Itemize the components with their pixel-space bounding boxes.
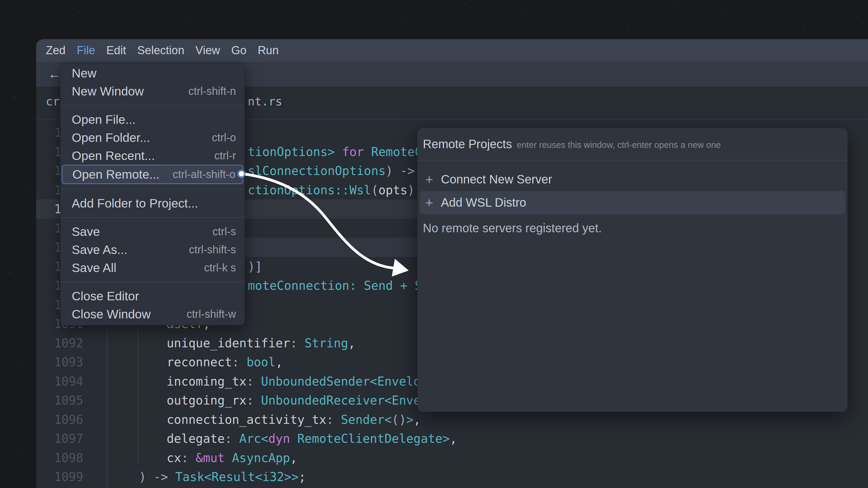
menu-bar-item-run[interactable]: Run — [258, 44, 279, 57]
menu-item-label: Save — [72, 225, 213, 239]
line-number: 1095 — [36, 391, 83, 410]
menu-item-shortcut: ctrl-o — [212, 131, 236, 144]
menu-item-label: Open Remote... — [72, 167, 173, 182]
menu-item-label: New Window — [72, 84, 188, 98]
menu-item-open-recent[interactable]: Open Recent...ctrl-r — [61, 147, 244, 165]
menu-bar-item-view[interactable]: View — [195, 44, 220, 57]
menu-item-label: Close Window — [72, 307, 187, 321]
code-line[interactable]: unique_identifier: String, — [167, 333, 417, 353]
code-line[interactable]: cx: &mut AsyncApp, — [167, 448, 298, 467]
code-line[interactable]: outgoing_rx: UnboundedReceiver<Envelo — [167, 391, 417, 410]
menu-item-open-file[interactable]: Open File... — [61, 110, 244, 129]
code-line[interactable]: ) -> Task<Result<i32>>; — [139, 467, 306, 487]
background-speckle — [296, 7, 297, 8]
menu-item-shortcut: ctrl-shift-n — [188, 85, 236, 98]
code-line[interactable]: )] — [248, 257, 417, 276]
menu-bar-item-zed[interactable]: Zed — [46, 44, 65, 57]
menu-item-save[interactable]: Savectrl-s — [61, 223, 244, 241]
menu-bar-item-selection[interactable]: Selection — [137, 44, 184, 57]
menu-item-save-all[interactable]: Save Allctrl-k s — [61, 259, 244, 277]
file-menu-separator — [61, 217, 244, 218]
dialog-action-add-wsl-distro[interactable]: +Add WSL Distro — [420, 191, 845, 214]
dialog-action-label: Add WSL Distro — [441, 196, 526, 209]
menu-item-shortcut: ctrl-k s — [204, 261, 236, 274]
menu-item-shortcut: ctrl-s — [213, 225, 236, 238]
menu-item-save-as[interactable]: Save As...ctrl-shift-s — [61, 241, 244, 259]
line-number: 1097 — [36, 429, 83, 448]
menu-item-open-folder[interactable]: Open Folder...ctrl-o — [61, 129, 244, 147]
file-menu-separator — [61, 189, 244, 190]
menu-item-label: Save All — [72, 261, 204, 275]
file-menu-separator — [61, 282, 244, 282]
background-speckle — [26, 184, 27, 186]
menu-item-label: Open File... — [72, 113, 236, 127]
menu-bar: ZedFileEditSelectionViewGoRun — [36, 39, 868, 62]
background-speckle — [405, 20, 407, 21]
dialog-actions: +Connect New Server+Add WSL Distro — [417, 161, 847, 214]
menu-item-label: Close Editor — [72, 289, 236, 303]
code-line[interactable]: incoming_tx: UnboundedSender<Envelop — [167, 372, 417, 391]
background-speckle — [14, 96, 16, 98]
background-speckle — [521, 12, 523, 13]
menu-bar-item-go[interactable]: Go — [231, 44, 247, 57]
menu-item-shortcut: ctrl-alt-shift-o — [173, 168, 236, 181]
background-speckle — [16, 450, 18, 452]
menu-bar-item-edit[interactable]: Edit — [106, 44, 126, 57]
menu-item-open-remote[interactable]: Open Remote...ctrl-alt-shift-o — [62, 165, 243, 184]
menu-item-close-window[interactable]: Close Windowctrl-shift-w — [61, 305, 244, 323]
line-number: 1098 — [36, 448, 83, 467]
menu-bar-item-file[interactable]: File — [76, 44, 95, 57]
code-line[interactable]: tionOptions> for RemoteC — [248, 142, 417, 161]
menu-item-add-folder-to-project[interactable]: Add Folder to Project... — [61, 194, 244, 213]
file-menu: NewNew Windowctrl-shift-nOpen File...Ope… — [60, 63, 245, 325]
menu-item-label: Add Folder to Project... — [72, 196, 236, 210]
code-line[interactable]: connection_activity_tx: Sender<()>, — [167, 410, 421, 429]
background-speckle — [22, 364, 23, 366]
background-speckle — [856, 17, 857, 18]
menu-item-shortcut: ctrl-shift-s — [189, 243, 236, 256]
file-menu-separator — [61, 105, 244, 106]
dialog-header: Remote Projects enter reuses this window… — [417, 128, 847, 161]
empty-state-text: No remote servers registered yet. — [423, 218, 847, 238]
menu-item-label: New — [72, 66, 236, 80]
dialog-action-connect-new-server[interactable]: +Connect New Server — [420, 168, 845, 191]
plus-icon: + — [424, 172, 434, 187]
plus-icon: + — [424, 195, 434, 210]
menu-item-shortcut: ctrl-shift-w — [187, 308, 236, 321]
remote-projects-dialog: Remote Projects enter reuses this window… — [417, 128, 847, 412]
menu-item-shortcut: ctrl-r — [214, 150, 236, 162]
code-line[interactable]: reconnect: bool, — [167, 352, 417, 372]
background-speckle — [672, 4, 673, 5]
menu-item-label: Save As... — [72, 243, 189, 257]
background-speckle — [79, 11, 80, 13]
background-speckle — [464, 4, 465, 5]
dialog-action-label: Connect New Server — [441, 173, 552, 186]
dialog-hint: enter reuses this window, ctrl-enter ope… — [517, 138, 721, 150]
line-number: 1096 — [36, 410, 83, 429]
code-line[interactable]: ctionOptions::Wsl(opts) — [248, 181, 417, 200]
line-number: 1092 — [36, 333, 83, 353]
background-speckle — [803, 25, 804, 27]
line-number: 1099 — [36, 467, 83, 487]
menu-item-label: Open Folder... — [72, 131, 212, 145]
menu-item-new-window[interactable]: New Windowctrl-shift-n — [61, 82, 244, 100]
menu-item-new[interactable]: New — [61, 64, 244, 82]
background-speckle — [184, 16, 185, 17]
background-speckle — [9, 272, 10, 274]
code-line[interactable]: slConnectionOptions) -> — [248, 161, 417, 181]
dialog-title: Remote Projects — [423, 137, 512, 151]
code-line[interactable]: moteConnection: Send + S — [248, 276, 417, 295]
line-number: 1093 — [36, 352, 83, 372]
menu-item-label: Open Recent... — [72, 149, 214, 163]
background-speckle — [627, 29, 628, 30]
line-number: 1094 — [36, 372, 83, 391]
menu-item-close-editor[interactable]: Close Editor — [61, 287, 244, 305]
code-line[interactable]: delegate: Arc<dyn RemoteClientDelegate>, — [167, 429, 457, 448]
background-speckle — [722, 9, 723, 10]
zed-window: ← cra nt.rs 10811082tionOptions> for Rem… — [36, 39, 868, 488]
